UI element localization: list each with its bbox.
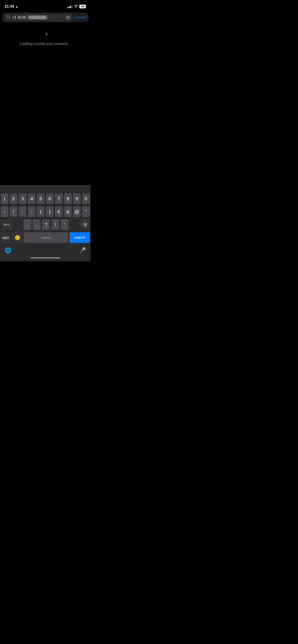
key-row-bottom: ABC 😊 space search [1, 232, 90, 243]
location-icon: ▲ [15, 5, 18, 8]
svg-point-0 [75, 7, 76, 8]
key-backspace[interactable] [79, 219, 90, 230]
search-container: +1 (610) ███████ × Cancel [2, 12, 89, 22]
search-phone-prefix: +1 (610) [12, 15, 26, 19]
key-at[interactable]: @ [73, 206, 81, 217]
key-comma[interactable]: , [33, 219, 41, 230]
key-9[interactable]: 9 [73, 193, 81, 204]
clear-button[interactable]: × [66, 15, 70, 20]
wifi-icon [74, 5, 78, 8]
key-4[interactable]: 4 [28, 193, 36, 204]
home-bar [30, 257, 60, 258]
key-semicolon[interactable]: ; [28, 206, 36, 217]
search-row: +1 (610) ███████ × Cancel [4, 14, 87, 21]
key-abc[interactable]: ABC [1, 232, 11, 243]
key-quote[interactable]: " [82, 206, 90, 217]
key-open-paren[interactable]: ( [37, 206, 45, 217]
loading-area: Looking outside your contacts... [0, 23, 91, 50]
key-row-symbols: - / : ; ( ) € & @ " [1, 206, 90, 217]
divider-left [18, 187, 19, 192]
search-phone-blurred: ███████ [27, 15, 47, 20]
key-8[interactable]: 8 [64, 193, 72, 204]
key-6[interactable]: 6 [46, 193, 54, 204]
globe-icon[interactable]: 🌐 [5, 247, 12, 254]
search-icon [7, 15, 11, 20]
key-emoji[interactable]: 😊 [12, 232, 23, 243]
keyboard-container: 1 2 3 4 5 6 7 8 9 0 - / : ; ( ) € & @ " … [0, 185, 91, 261]
key-space[interactable]: space [24, 232, 68, 243]
time-display: 21:34 [5, 4, 14, 8]
key-ampersand[interactable]: & [64, 206, 72, 217]
key-exclaim[interactable]: ! [51, 219, 59, 230]
key-1[interactable]: 1 [1, 193, 8, 204]
loading-text: Looking outside your contacts... [20, 42, 71, 46]
signal-bar-3 [70, 6, 71, 8]
key-row-special: #+= . , ? ! ' [1, 219, 90, 230]
cancel-button[interactable]: Cancel [74, 15, 86, 20]
svg-line-2 [9, 18, 10, 18]
status-right: 100 [67, 5, 86, 8]
key-row-numbers: 1 2 3 4 5 6 7 8 9 0 [1, 193, 90, 204]
key-colon[interactable]: : [19, 206, 27, 217]
keyboard: 1 2 3 4 5 6 7 8 9 0 - / : ; ( ) € & @ " … [0, 193, 91, 243]
battery-level: 100 [81, 5, 85, 8]
mic-icon[interactable]: 🎤 [79, 247, 86, 254]
key-apostrophe[interactable]: ' [61, 219, 69, 230]
key-0[interactable]: 0 [82, 193, 90, 204]
search-bar[interactable]: +1 (610) ███████ × [5, 14, 72, 21]
key-close-paren[interactable]: ) [46, 206, 54, 217]
key-dash[interactable]: - [1, 206, 8, 217]
key-7[interactable]: 7 [55, 193, 63, 204]
keyboard-divider-row [0, 185, 91, 193]
bottom-bar: 🌐 🎤 [0, 244, 91, 256]
key-period[interactable]: . [24, 219, 31, 230]
search-input-display[interactable]: +1 (610) ███████ [12, 15, 64, 20]
key-euro[interactable]: € [55, 206, 63, 217]
key-5[interactable]: 5 [37, 193, 45, 204]
key-question[interactable]: ? [42, 219, 50, 230]
signal-bars [67, 5, 72, 8]
key-search[interactable]: search [69, 232, 90, 243]
battery-indicator: 100 [79, 5, 86, 8]
signal-bar-2 [69, 6, 70, 8]
status-bar: 21:34 ▲ 100 [0, 0, 91, 12]
signal-bar-1 [67, 7, 68, 8]
key-3[interactable]: 3 [19, 193, 27, 204]
loading-spinner [41, 31, 50, 40]
empty-space [0, 50, 91, 185]
status-time: 21:34 ▲ [5, 4, 18, 8]
key-2[interactable]: 2 [10, 193, 18, 204]
home-indicator [0, 256, 91, 261]
clear-icon: × [67, 16, 69, 19]
key-slash[interactable]: / [10, 206, 18, 217]
key-hashtag-plus[interactable]: #+= [1, 219, 13, 230]
signal-bar-4 [72, 5, 72, 8]
